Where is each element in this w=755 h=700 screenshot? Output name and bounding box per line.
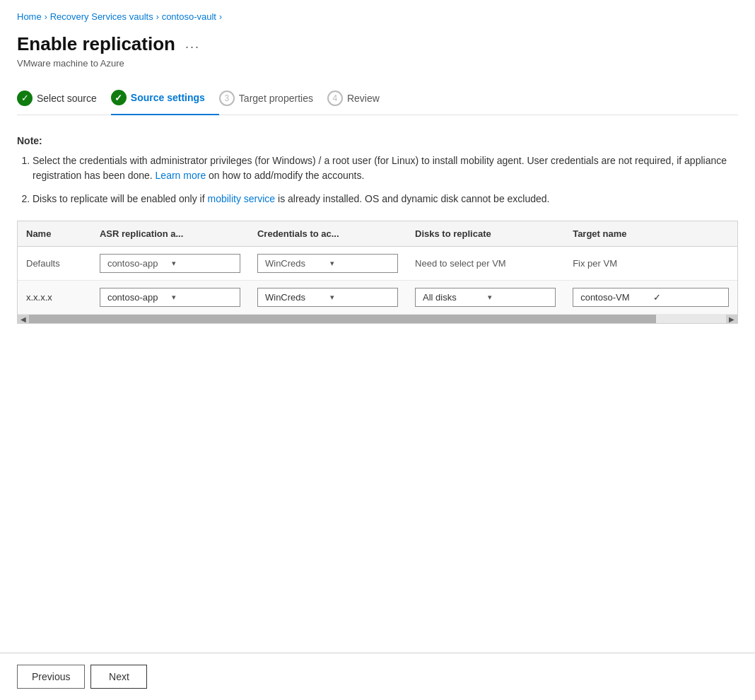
table-row-defaults: Defaults contoso-app ▾ WinCreds ▾ bbox=[18, 247, 737, 281]
vm-credentials-value: WinCreds bbox=[265, 292, 326, 303]
vm-disks-cell: All disks ▾ bbox=[406, 281, 564, 315]
vm-asr-arrow-icon: ▾ bbox=[172, 293, 233, 302]
note-2-mobility-service-link[interactable]: mobility service bbox=[207, 193, 275, 204]
breadcrumb-recovery-vaults[interactable]: Recovery Services vaults bbox=[50, 11, 153, 22]
breadcrumb-sep-3: › bbox=[219, 12, 222, 22]
defaults-name-cell: Defaults bbox=[18, 247, 91, 281]
scroll-thumb bbox=[29, 315, 656, 323]
step-3-icon: 3 bbox=[219, 91, 235, 106]
defaults-asr-cell: contoso-app ▾ bbox=[91, 247, 249, 281]
col-header-name: Name bbox=[18, 221, 91, 247]
vm-name-cell: x.x.x.x bbox=[18, 281, 91, 315]
defaults-credentials-cell: WinCreds ▾ bbox=[249, 247, 406, 281]
defaults-target-cell: Fix per VM bbox=[564, 247, 737, 281]
vm-table-wrapper: Name ASR replication a... Credentials to… bbox=[17, 221, 738, 324]
defaults-asr-arrow-icon: ▾ bbox=[172, 259, 233, 268]
vm-credentials-dropdown[interactable]: WinCreds ▾ bbox=[257, 288, 398, 307]
breadcrumb-sep-1: › bbox=[45, 12, 47, 22]
vm-credentials-arrow-icon: ▾ bbox=[330, 293, 391, 302]
vm-target-check-icon: ✓ bbox=[653, 292, 721, 303]
note-1-learn-more-link[interactable]: Learn more bbox=[156, 170, 206, 181]
previous-button[interactable]: Previous bbox=[17, 665, 85, 689]
defaults-credentials-arrow-icon: ▾ bbox=[330, 259, 391, 268]
defaults-credentials-value: WinCreds bbox=[265, 258, 326, 269]
table-header-row: Name ASR replication a... Credentials to… bbox=[18, 221, 737, 247]
note-item-2: Disks to replicate will be enabled only … bbox=[33, 192, 738, 206]
vm-target-cell: contoso-VM ✓ bbox=[564, 281, 737, 315]
vm-asr-value: contoso-app bbox=[107, 292, 168, 303]
vm-table: Name ASR replication a... Credentials to… bbox=[18, 221, 737, 315]
step-1-label: Select source bbox=[37, 93, 97, 104]
breadcrumb-contoso-vault[interactable]: contoso-vault bbox=[162, 11, 216, 22]
note-title: Note: bbox=[17, 135, 738, 146]
scroll-right-arrow-icon[interactable]: ▶ bbox=[726, 315, 737, 323]
vm-disks-arrow-icon: ▾ bbox=[488, 293, 549, 302]
step-3-label: Target properties bbox=[239, 93, 313, 104]
page-header: Enable replication ... VMware machine to… bbox=[17, 33, 738, 69]
horizontal-scrollbar[interactable]: ◀ ▶ bbox=[18, 315, 737, 323]
page-title: Enable replication bbox=[17, 33, 175, 55]
wizard-step-source-settings[interactable]: ✓ Source settings bbox=[111, 83, 219, 115]
col-header-target: Target name bbox=[564, 221, 737, 247]
step-2-label: Source settings bbox=[131, 92, 205, 103]
footer: Previous Next bbox=[0, 653, 755, 700]
table-row-vm: x.x.x.x contoso-app ▾ WinCreds ▾ bbox=[18, 281, 737, 315]
scroll-track[interactable] bbox=[29, 315, 726, 323]
breadcrumb-home[interactable]: Home bbox=[17, 11, 42, 22]
step-1-icon: ✓ bbox=[17, 91, 33, 106]
col-header-disks: Disks to replicate bbox=[406, 221, 564, 247]
note-2-text-after: is already installed. OS and dynamic dis… bbox=[278, 193, 549, 204]
defaults-disks-value: Need to select per VM bbox=[415, 258, 506, 269]
note-2-text-before: Disks to replicate will be enabled only … bbox=[33, 193, 205, 204]
defaults-target-value: Fix per VM bbox=[573, 258, 617, 269]
vm-disks-value: All disks bbox=[423, 292, 484, 303]
vm-disks-dropdown[interactable]: All disks ▾ bbox=[415, 288, 556, 307]
step-2-icon: ✓ bbox=[111, 90, 127, 105]
step-4-icon: 4 bbox=[327, 91, 343, 106]
note-1-text-before: Select the credentials with administrato… bbox=[33, 155, 727, 181]
defaults-disks-cell: Need to select per VM bbox=[406, 247, 564, 281]
vm-asr-dropdown[interactable]: contoso-app ▾ bbox=[100, 288, 240, 307]
wizard-step-target-properties[interactable]: 3 Target properties bbox=[219, 83, 327, 115]
more-options-icon[interactable]: ... bbox=[185, 37, 200, 52]
next-button[interactable]: Next bbox=[90, 665, 147, 689]
wizard-steps: ✓ Select source ✓ Source settings 3 Targ… bbox=[17, 83, 738, 115]
defaults-credentials-dropdown[interactable]: WinCreds ▾ bbox=[257, 254, 398, 273]
defaults-asr-value: contoso-app bbox=[107, 258, 168, 269]
note-section: Note: Select the credentials with admini… bbox=[17, 135, 738, 206]
breadcrumb: Home › Recovery Services vaults › contos… bbox=[17, 11, 738, 22]
note-1-text-after: on how to add/modify the accounts. bbox=[209, 170, 364, 181]
step-4-label: Review bbox=[347, 93, 380, 104]
page-subtitle: VMware machine to Azure bbox=[17, 58, 738, 69]
col-header-credentials: Credentials to ac... bbox=[249, 221, 406, 247]
vm-asr-cell: contoso-app ▾ bbox=[91, 281, 249, 315]
wizard-step-review[interactable]: 4 Review bbox=[327, 83, 394, 115]
note-item-1: Select the credentials with administrato… bbox=[33, 153, 738, 183]
breadcrumb-sep-2: › bbox=[156, 12, 159, 22]
vm-credentials-cell: WinCreds ▾ bbox=[249, 281, 406, 315]
scroll-left-arrow-icon[interactable]: ◀ bbox=[18, 315, 29, 323]
defaults-asr-dropdown[interactable]: contoso-app ▾ bbox=[100, 254, 240, 273]
wizard-step-select-source[interactable]: ✓ Select source bbox=[17, 83, 111, 115]
vm-target-dropdown[interactable]: contoso-VM ✓ bbox=[573, 288, 729, 307]
col-header-asr: ASR replication a... bbox=[91, 221, 249, 247]
vm-target-value: contoso-VM bbox=[580, 292, 648, 303]
